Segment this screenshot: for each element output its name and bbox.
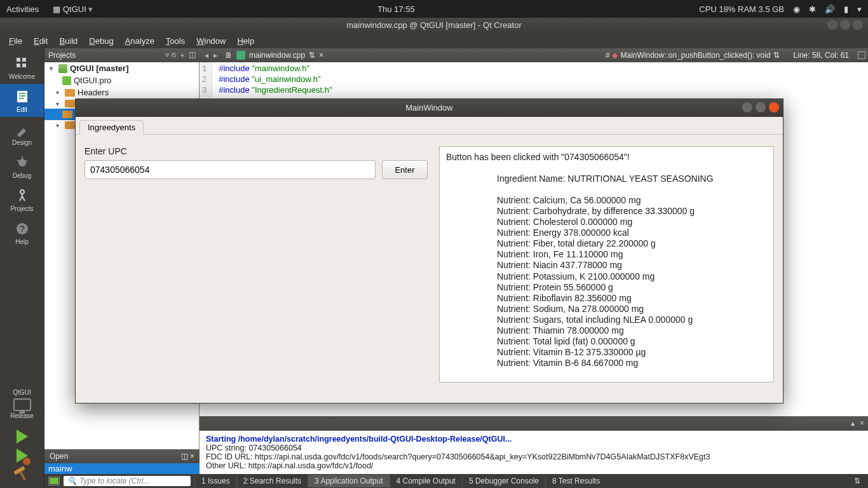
folder-icon (65, 100, 75, 107)
status-bar: 🔍 Type to locate (Ctrl... 1 Issues2 Sear… (44, 474, 868, 488)
clock[interactable]: Thu 17:55 (93, 4, 699, 14)
build-progress[interactable] (48, 477, 60, 485)
split-editor-icon[interactable] (858, 51, 865, 59)
mode-design[interactable]: Design (0, 117, 44, 150)
status-tab[interactable]: 3 Application Output (308, 475, 389, 487)
status-tab[interactable]: 1 Issues (194, 475, 236, 487)
close-panel-icon[interactable]: × (190, 452, 194, 461)
nutrient-row: Nutrient: Carbohydrate, by difference 33… (497, 206, 767, 217)
status-tab[interactable]: 4 Compile Output (390, 475, 462, 487)
menu-build[interactable]: Build (54, 35, 83, 47)
open-doc-item[interactable]: mainw (44, 463, 200, 474)
symbol-crumb[interactable]: MainWindow::on_pushButton_clicked(): voi… (620, 51, 770, 60)
crumb-dropdown-icon[interactable]: ⇅ (773, 51, 780, 60)
activities-button[interactable]: Activities (6, 4, 39, 14)
line-col[interactable]: Line: 58, Col: 61 (790, 51, 853, 60)
svg-rect-0 (17, 58, 20, 62)
svg-rect-5 (19, 93, 25, 94)
mode-welcome[interactable]: Welcome (0, 51, 44, 84)
minimize-button[interactable] (742, 102, 752, 112)
editor-filename[interactable]: mainwindow.cpp (249, 51, 305, 60)
link-icon[interactable]: ⎋ (172, 50, 176, 61)
mainwin-titlebar[interactable]: MainWindow (76, 99, 783, 117)
nutrient-row: Nutrient: Potassium, K 2100.000000 mg (497, 271, 767, 282)
close-button[interactable] (769, 102, 779, 112)
upc-input[interactable] (85, 160, 376, 179)
nutrient-row: Nutrient: Protein 55.560000 g (497, 282, 767, 293)
menu-analyze[interactable]: Analyze (120, 35, 159, 47)
tree-pro-file[interactable]: QtGUI.pro (74, 76, 111, 85)
minimize-button[interactable] (827, 20, 837, 30)
open-docs-header: Open ◫ × (44, 449, 200, 463)
output-close-icon[interactable]: × (860, 419, 864, 428)
status-dropdown-icon[interactable]: ⇅ (850, 477, 864, 485)
nav-back[interactable]: ◂ (202, 51, 211, 60)
symbol-crumb-red-icon: ◆ (612, 51, 618, 60)
monitor-icon (13, 398, 31, 411)
kit-selector[interactable]: QtGUI Release (0, 384, 44, 424)
system-stats: CPU 18% RAM 3.5 GB (699, 4, 784, 14)
tree-headers[interactable]: Headers (78, 88, 109, 97)
debug-run-button[interactable] (17, 449, 28, 463)
app-menu[interactable]: ▦ QtGUI (53, 4, 93, 14)
editor-toolbar: ◂▸ 🗎 mainwindow.cpp ⇅ × # ◆ MainWindow::… (200, 48, 868, 62)
status-tab[interactable]: 8 Test Results (545, 475, 606, 487)
menu-file[interactable]: File (4, 35, 27, 47)
volume-icon[interactable]: 🔊 (825, 4, 835, 14)
locator-input[interactable]: 🔍 Type to locate (Ctrl... (64, 476, 191, 486)
maximize-button[interactable] (756, 102, 766, 112)
pro-file-icon (62, 76, 71, 85)
menu-window[interactable]: Window (191, 35, 231, 47)
nutrient-row: Nutrient: Riboflavin 82.356000 mg (497, 293, 767, 304)
close-file-icon[interactable]: × (319, 51, 323, 60)
folder-icon (62, 111, 72, 118)
filename-dropdown-icon[interactable]: ⇅ (309, 51, 315, 60)
system-menu-icon[interactable]: ▾ (857, 4, 862, 14)
nav-fwd[interactable]: ▸ (211, 51, 220, 60)
filter-icon[interactable]: ▿ (165, 50, 169, 61)
mode-debug[interactable]: Debug (0, 150, 44, 183)
tab-strip: Ingreedyents (76, 117, 783, 135)
split-icon[interactable]: ◫ (189, 50, 196, 61)
tree-root[interactable]: QtGUI [master] (70, 64, 128, 73)
mode-edit[interactable]: Edit (0, 84, 44, 117)
mode-projects[interactable]: Projects (0, 183, 44, 216)
application-output[interactable]: Starting /home/dylan/scratch/ingreedyent… (200, 430, 868, 474)
mainwin-title: MainWindow (405, 103, 452, 112)
svg-rect-7 (19, 98, 24, 99)
status-tab[interactable]: 2 Search Results (236, 475, 308, 487)
tab-ingreedyents[interactable]: Ingreedyents (79, 120, 144, 135)
open-documents[interactable]: mainw (44, 463, 200, 474)
app-main-window: MainWindow Ingreedyents Enter UPC Enter … (75, 98, 783, 403)
wifi-icon[interactable]: ◉ (793, 4, 800, 14)
code-editor[interactable]: 1 2 3 #include "mainwindow.h" #include "… (200, 62, 868, 97)
bug-icon (23, 458, 31, 465)
nutrient-row: Nutrient: Cholesterol 0.000000 mg (497, 217, 767, 227)
nutrient-row: Nutrient: Fiber, total dietary 22.200000… (497, 238, 767, 249)
split-icon[interactable]: ◫ (181, 452, 188, 461)
bluetooth-icon[interactable]: ✱ (809, 4, 816, 14)
svg-point-12 (20, 190, 24, 194)
run-button[interactable] (17, 430, 28, 444)
output-up-icon[interactable]: ▴ (851, 419, 855, 428)
enter-button[interactable]: Enter (382, 160, 428, 179)
mode-help[interactable]: ?Help (0, 216, 44, 249)
maximize-button[interactable] (840, 20, 850, 30)
menu-edit[interactable]: Edit (29, 35, 53, 47)
svg-line-11 (25, 160, 27, 161)
svg-rect-6 (19, 95, 25, 97)
file-lock-icon[interactable]: 🗎 (225, 51, 233, 60)
battery-icon[interactable]: ▮ (844, 4, 848, 14)
menu-help[interactable]: Help (232, 35, 259, 47)
ubuntu-top-bar: Activities ▦ QtGUI Thu 17:55 CPU 18% RAM… (0, 0, 868, 18)
menu-debug[interactable]: Debug (84, 35, 118, 47)
close-button[interactable] (853, 20, 863, 30)
status-tab[interactable]: 5 Debugger Console (462, 475, 545, 487)
window-titlebar: mainwindow.cpp @ QtGUI [master] - Qt Cre… (0, 18, 868, 33)
menu-tools[interactable]: Tools (161, 35, 190, 47)
add-icon[interactable]: ＋ (179, 50, 186, 61)
nutrient-row: Nutrient: Calcium, Ca 56.000000 mg (497, 195, 767, 206)
result-panel[interactable]: Button has been clicked with "0743050660… (439, 146, 774, 383)
build-button[interactable] (13, 465, 31, 482)
upc-label: Enter UPC (85, 146, 428, 156)
